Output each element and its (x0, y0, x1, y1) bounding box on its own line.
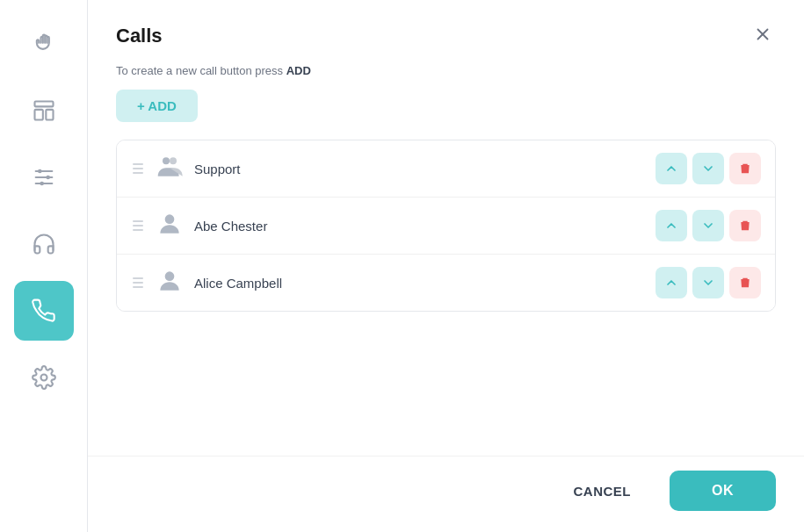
svg-point-19 (165, 271, 175, 281)
svg-rect-2 (46, 110, 53, 120)
sidebar-item-layout[interactable] (14, 81, 74, 140)
list-item: Alice Campbell (117, 255, 775, 311)
modal-overlay: Calls To create a new call button press … (88, 0, 804, 532)
close-button[interactable] (750, 21, 776, 50)
sidebar-item-phone[interactable] (14, 281, 74, 341)
svg-rect-1 (34, 110, 42, 120)
modal-panel: Calls To create a new call button press … (88, 0, 804, 532)
modal-body: To create a new call button press ADD + … (88, 64, 804, 456)
instruction-text: To create a new call button press ADD (116, 64, 776, 77)
move-up-button[interactable] (656, 267, 687, 298)
move-down-button[interactable] (692, 153, 724, 184)
drag-handle[interactable] (131, 162, 145, 176)
move-down-button[interactable] (692, 267, 724, 298)
item-actions (656, 153, 761, 184)
svg-rect-0 (34, 102, 53, 107)
list-item: Abe Chester (117, 198, 775, 255)
add-button[interactable]: + ADD (116, 90, 198, 122)
item-name: Alice Campbell (194, 276, 645, 291)
move-up-button[interactable] (656, 153, 687, 184)
person-icon (156, 210, 184, 241)
delete-button[interactable] (729, 153, 761, 184)
drag-handle[interactable] (131, 219, 145, 233)
svg-point-12 (163, 157, 170, 164)
item-actions (656, 210, 761, 241)
item-actions (656, 267, 761, 298)
svg-point-6 (38, 169, 42, 174)
ok-button[interactable]: OK (670, 471, 776, 511)
cancel-button[interactable]: CANCEL (549, 471, 656, 511)
list-item: Support (117, 140, 775, 198)
sidebar (0, 0, 88, 532)
move-up-button[interactable] (656, 210, 687, 241)
drag-handle[interactable] (131, 276, 145, 290)
delete-button[interactable] (729, 210, 761, 241)
svg-point-13 (170, 157, 177, 164)
modal-footer: CANCEL OK (88, 456, 804, 532)
person-icon (156, 267, 184, 298)
items-list: Support (116, 140, 776, 312)
modal-title: Calls (116, 25, 163, 47)
main-area: Calls To create a new call button press … (88, 0, 804, 532)
delete-button[interactable] (729, 267, 761, 298)
sidebar-item-settings[interactable] (14, 348, 74, 407)
group-icon (156, 153, 184, 184)
modal-header: Calls (88, 0, 804, 64)
svg-point-8 (40, 182, 44, 186)
move-down-button[interactable] (692, 210, 724, 241)
sidebar-item-headphones[interactable] (14, 214, 74, 274)
svg-point-16 (165, 214, 175, 224)
item-name: Abe Chester (194, 219, 645, 234)
sidebar-item-sliders[interactable] (14, 147, 74, 207)
svg-point-9 (40, 375, 47, 381)
svg-point-7 (46, 176, 50, 180)
item-name: Support (194, 162, 645, 176)
sidebar-item-hand[interactable] (14, 14, 74, 74)
